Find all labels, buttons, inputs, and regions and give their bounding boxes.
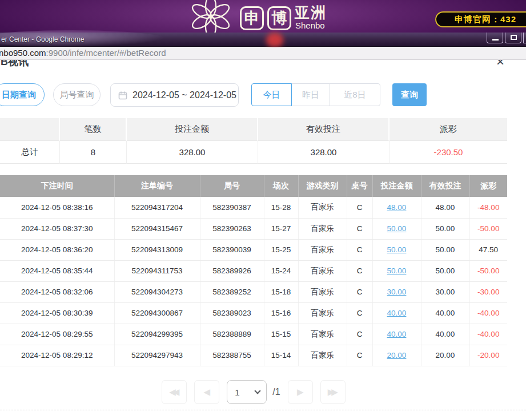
bet-record-cell: C [347,324,372,345]
flower-logo-icon [189,0,232,33]
browser-urlbar[interactable]: nbo950.com:9900/infe/mcenter/#/betRecord [0,47,526,60]
bet-record-cell: 百家乐 [298,324,347,345]
bet-record-cell: 522094300867 [114,302,200,324]
pagination: ◀◀ ◀ 1 /1 ▶ ▶▶ [0,379,507,405]
bet-amount-link[interactable]: 48.00 [387,203,407,212]
bet-record-cell: 522094315467 [114,218,200,239]
first-page-button[interactable]: ◀◀ [162,380,187,404]
bet-record-cell: 522094299395 [114,324,200,345]
logo-region-text: 亚洲 [295,3,327,23]
bet-amount-link[interactable]: 50.00 [387,224,407,233]
bet-record-cell: 2024-12-05 08:35:44 [0,260,114,281]
section-title: B视讯 [1,60,29,68]
bet-amount-link[interactable]: 50.00 [387,245,407,254]
bet-table-header-cell: 注单编号 [114,175,200,197]
bet-amount-link[interactable]: 40.00 [387,309,407,317]
minimize-icon [492,39,499,41]
bet-amount-link[interactable]: 30.00 [387,288,407,296]
last-page-button[interactable]: ▶▶ [320,380,346,404]
bet-amount-link[interactable]: 20.00 [387,351,407,360]
bet-record-cell: 522094304273 [114,281,200,302]
summary-table: 笔数 投注金额 有效投注 派彩 总计 8 328.00 328.00 -230.… [0,118,507,164]
next-page-button[interactable]: ▶ [288,380,313,404]
red-favicon-blob [266,33,283,47]
today-button[interactable]: 今日 [251,83,292,106]
close-icon[interactable]: × [496,60,504,70]
url-domain: nbo950.com [0,48,46,58]
logo-latin-text: Shenbo [295,21,325,30]
bet-record-cell: 522094297943 [114,345,200,366]
bet-record-row: 2024-12-05 08:37:30522094315467582390263… [0,218,507,239]
search-button[interactable]: 查询 [392,83,427,106]
close-button[interactable] [523,33,526,43]
page-select[interactable]: 1 [227,381,266,403]
payout-cell: -40.00 [469,302,507,324]
bet-record-cell: 百家乐 [298,218,347,239]
bet-record-cell: 522094311753 [114,260,200,281]
payout-cell: -48.00 [469,197,507,218]
section-header: B视讯 × [0,60,526,70]
bet-record-cell: 百家乐 [298,239,347,260]
date-range-value: 2024-12-05 ~ 2024-12-05 [132,90,236,100]
summary-total-label: 总计 [0,141,60,164]
bet-record-cell: 582390387 [200,197,264,218]
bet-record-cell: C [347,345,372,366]
prev-page-button[interactable]: ◀ [194,380,219,404]
bet-record-cell: 15-27 [264,218,298,239]
bet-record-cell: 582390039 [200,239,264,260]
bet-record-cell: 15-14 [264,345,298,366]
bet-record-cell: C [347,197,372,218]
maximize-button[interactable] [505,33,521,43]
bet-record-row: 2024-12-05 08:38:16522094317204582390387… [0,197,507,218]
url-path: :9900/infe/mcenter/#/betRecord [46,48,166,58]
summary-header-payout: 派彩 [390,118,507,141]
address-text: nbo950.com:9900/infe/mcenter/#/betRecord [0,48,166,58]
bet-record-cell: 2024-12-05 08:36:20 [0,239,114,260]
bet-record-cell: C [347,302,372,324]
last-8-days-button[interactable]: 近8日 [330,83,380,106]
bet-record-cell: 30.00 [421,281,469,302]
bet-record-cell: 2024-12-05 08:30:39 [0,302,114,324]
round-query-tab[interactable]: 局号查询 [53,83,101,106]
bet-amount-link[interactable]: 40.00 [387,330,407,338]
browser-titlebar: er Center - Google Chrome [0,33,526,47]
filter-toolbar: 日期查询 局号查询 2024-12-05 ~ 2024-12-05 今日 昨日 … [0,83,526,107]
summary-header-row: 笔数 投注金额 有效投注 派彩 [0,118,507,141]
bet-amount-link[interactable]: 50.00 [387,266,407,275]
page: { "site_header": { "logo": { "char1": "申… [0,0,526,420]
calendar-icon [118,91,127,100]
summary-payout: -230.50 [390,141,507,164]
bet-record-cell: 15-15 [264,324,298,345]
summary-header-count: 笔数 [60,118,127,141]
bet-amount-cell: 30.00 [372,281,421,302]
bet-table-header-row: 下注时间注单编号局号场次游戏类别桌号投注金额有效投注派彩 [0,175,507,197]
bet-record-cell: 582389252 [200,281,264,302]
date-query-tab[interactable]: 日期查询 [0,83,45,106]
bet-record-cell: 百家乐 [298,197,347,218]
bet-amount-cell: 40.00 [372,302,421,324]
payout-cell: -20.00 [469,345,507,366]
bet-record-row: 2024-12-05 08:30:39522094300867582389023… [0,302,507,324]
bet-record-row: 2024-12-05 08:29:12522094297943582388755… [0,345,507,366]
bottom-dashed-divider [0,410,526,410]
bet-table-header-cell: 局号 [200,175,264,197]
payout-cell: 47.50 [469,239,507,260]
site-header: 申 博 亚洲 Shenbo 申博官网：432 [0,0,526,33]
bet-record-cell: 50.00 [421,239,469,260]
minimize-button[interactable] [487,33,503,43]
bet-record-cell: 百家乐 [298,345,347,366]
bet-record-cell: 2024-12-05 08:38:16 [0,197,114,218]
bet-record-row: 2024-12-05 08:32:06522094304273582389252… [0,281,507,302]
bet-record-cell: 15-18 [264,281,298,302]
summary-header-blank [0,118,60,141]
payout-cell: -50.00 [469,260,507,281]
logo-char-bo: 博 [267,6,291,30]
quick-range-group: 今日 昨日 近8日 [251,83,380,106]
bet-record-row: 2024-12-05 08:29:55522094299395582388889… [0,324,507,345]
bet-record-cell: 15-25 [264,239,298,260]
bet-record-cell: 582389926 [200,260,264,281]
bet-record-table: 下注时间注单编号局号场次游戏类别桌号投注金额有效投注派彩 2024-12-05 … [0,175,507,366]
yesterday-button[interactable]: 昨日 [291,83,330,106]
bet-record-cell: C [347,239,372,260]
date-range-input[interactable]: 2024-12-05 ~ 2024-12-05 [110,83,239,107]
